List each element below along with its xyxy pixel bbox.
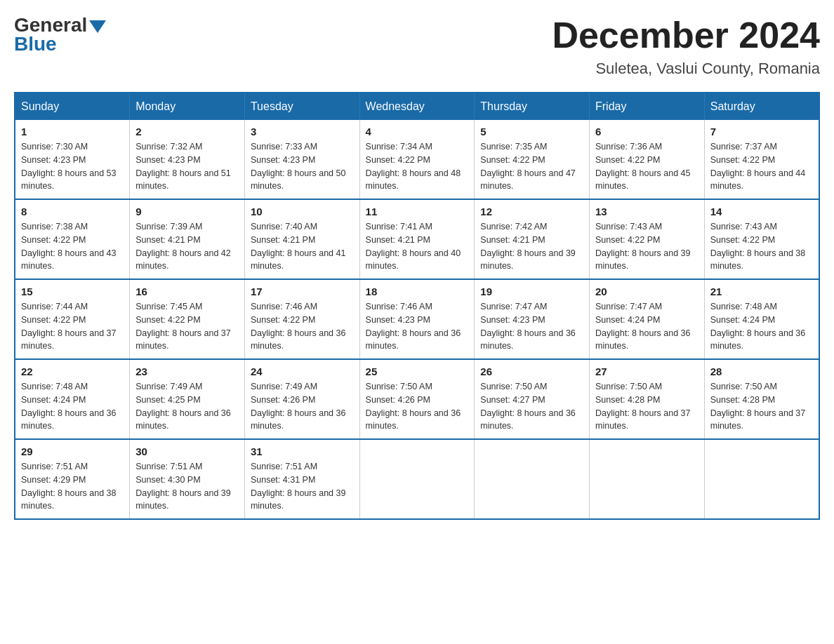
calendar-cell: 1Sunrise: 7:30 AMSunset: 4:23 PMDaylight… — [15, 120, 130, 199]
day-info: Sunrise: 7:51 AMSunset: 4:29 PMDaylight:… — [21, 460, 124, 513]
calendar-cell: 7Sunrise: 7:37 AMSunset: 4:22 PMDaylight… — [704, 120, 819, 199]
calendar-cell: 27Sunrise: 7:50 AMSunset: 4:28 PMDayligh… — [590, 359, 705, 439]
day-number: 18 — [366, 286, 469, 297]
calendar-cell: 6Sunrise: 7:36 AMSunset: 4:22 PMDaylight… — [590, 120, 705, 199]
calendar-cell: 29Sunrise: 7:51 AMSunset: 4:29 PMDayligh… — [15, 439, 130, 519]
day-number: 5 — [480, 126, 583, 137]
day-info: Sunrise: 7:51 AMSunset: 4:30 PMDaylight:… — [135, 460, 239, 513]
header-sunday: Sunday — [15, 93, 130, 120]
calendar-cell: 10Sunrise: 7:40 AMSunset: 4:21 PMDayligh… — [244, 199, 359, 279]
calendar-cell: 3Sunrise: 7:33 AMSunset: 4:23 PMDaylight… — [244, 120, 359, 199]
header-monday: Monday — [130, 93, 245, 120]
calendar-cell: 18Sunrise: 7:46 AMSunset: 4:23 PMDayligh… — [359, 279, 475, 359]
day-number: 15 — [21, 286, 124, 297]
calendar-cell: 25Sunrise: 7:50 AMSunset: 4:26 PMDayligh… — [359, 359, 475, 439]
calendar-cell — [475, 439, 590, 519]
day-info: Sunrise: 7:43 AMSunset: 4:22 PMDaylight:… — [710, 220, 813, 273]
calendar-cell: 9Sunrise: 7:39 AMSunset: 4:21 PMDaylight… — [130, 199, 245, 279]
logo: General Blue — [14, 14, 106, 55]
day-number: 30 — [135, 445, 239, 457]
calendar-cell — [704, 439, 819, 519]
week-row-2: 8Sunrise: 7:38 AMSunset: 4:22 PMDaylight… — [15, 199, 819, 279]
day-number: 25 — [366, 365, 469, 377]
day-number: 20 — [595, 286, 699, 297]
day-number: 29 — [21, 445, 124, 457]
page-header: General Blue December 2024 Suletea, Vasl… — [14, 14, 820, 78]
day-number: 11 — [366, 206, 469, 217]
calendar-cell: 16Sunrise: 7:45 AMSunset: 4:22 PMDayligh… — [130, 279, 245, 359]
calendar-cell: 19Sunrise: 7:47 AMSunset: 4:23 PMDayligh… — [475, 279, 590, 359]
day-number: 10 — [251, 206, 354, 217]
day-info: Sunrise: 7:37 AMSunset: 4:22 PMDaylight:… — [710, 140, 813, 193]
calendar-cell: 20Sunrise: 7:47 AMSunset: 4:24 PMDayligh… — [590, 279, 705, 359]
day-info: Sunrise: 7:33 AMSunset: 4:23 PMDaylight:… — [251, 140, 354, 193]
calendar-cell: 26Sunrise: 7:50 AMSunset: 4:27 PMDayligh… — [475, 359, 590, 439]
day-info: Sunrise: 7:43 AMSunset: 4:22 PMDaylight:… — [595, 220, 699, 273]
calendar-cell: 15Sunrise: 7:44 AMSunset: 4:22 PMDayligh… — [15, 279, 130, 359]
day-info: Sunrise: 7:42 AMSunset: 4:21 PMDaylight:… — [480, 220, 583, 273]
calendar-cell: 30Sunrise: 7:51 AMSunset: 4:30 PMDayligh… — [130, 439, 245, 519]
day-number: 26 — [480, 365, 583, 377]
calendar-table: SundayMondayTuesdayWednesdayThursdayFrid… — [14, 92, 820, 520]
location: Suletea, Vaslui County, Romania — [552, 60, 820, 78]
header-saturday: Saturday — [704, 93, 819, 120]
day-info: Sunrise: 7:48 AMSunset: 4:24 PMDaylight:… — [710, 300, 813, 353]
calendar-cell: 21Sunrise: 7:48 AMSunset: 4:24 PMDayligh… — [704, 279, 819, 359]
calendar-cell: 31Sunrise: 7:51 AMSunset: 4:31 PMDayligh… — [244, 439, 359, 519]
day-info: Sunrise: 7:44 AMSunset: 4:22 PMDaylight:… — [21, 300, 124, 353]
calendar-cell: 13Sunrise: 7:43 AMSunset: 4:22 PMDayligh… — [590, 199, 705, 279]
day-info: Sunrise: 7:38 AMSunset: 4:22 PMDaylight:… — [21, 220, 124, 273]
day-info: Sunrise: 7:48 AMSunset: 4:24 PMDaylight:… — [21, 380, 124, 433]
day-number: 6 — [595, 126, 699, 137]
day-number: 16 — [135, 286, 239, 297]
day-info: Sunrise: 7:50 AMSunset: 4:28 PMDaylight:… — [595, 380, 699, 433]
day-info: Sunrise: 7:35 AMSunset: 4:22 PMDaylight:… — [480, 140, 583, 193]
day-number: 19 — [480, 286, 583, 297]
day-info: Sunrise: 7:50 AMSunset: 4:28 PMDaylight:… — [710, 380, 813, 433]
day-info: Sunrise: 7:36 AMSunset: 4:22 PMDaylight:… — [595, 140, 699, 193]
calendar-cell: 8Sunrise: 7:38 AMSunset: 4:22 PMDaylight… — [15, 199, 130, 279]
day-info: Sunrise: 7:49 AMSunset: 4:25 PMDaylight:… — [135, 380, 239, 433]
month-title: December 2024 — [552, 14, 820, 56]
day-number: 27 — [595, 365, 699, 377]
day-info: Sunrise: 7:47 AMSunset: 4:23 PMDaylight:… — [480, 300, 583, 353]
day-number: 21 — [710, 286, 813, 297]
day-info: Sunrise: 7:51 AMSunset: 4:31 PMDaylight:… — [251, 460, 354, 513]
day-info: Sunrise: 7:32 AMSunset: 4:23 PMDaylight:… — [135, 140, 239, 193]
day-info: Sunrise: 7:50 AMSunset: 4:26 PMDaylight:… — [366, 380, 469, 433]
day-info: Sunrise: 7:46 AMSunset: 4:23 PMDaylight:… — [366, 300, 469, 353]
calendar-cell: 14Sunrise: 7:43 AMSunset: 4:22 PMDayligh… — [704, 199, 819, 279]
title-section: December 2024 Suletea, Vaslui County, Ro… — [552, 14, 820, 78]
day-number: 24 — [251, 365, 354, 377]
calendar-cell: 28Sunrise: 7:50 AMSunset: 4:28 PMDayligh… — [704, 359, 819, 439]
day-number: 14 — [710, 206, 813, 217]
header-wednesday: Wednesday — [359, 93, 475, 120]
day-info: Sunrise: 7:41 AMSunset: 4:21 PMDaylight:… — [366, 220, 469, 273]
day-info: Sunrise: 7:40 AMSunset: 4:21 PMDaylight:… — [251, 220, 354, 273]
logo-blue: Blue — [14, 33, 57, 55]
day-number: 28 — [710, 365, 813, 377]
calendar-cell: 17Sunrise: 7:46 AMSunset: 4:22 PMDayligh… — [244, 279, 359, 359]
day-number: 23 — [135, 365, 239, 377]
calendar-cell: 11Sunrise: 7:41 AMSunset: 4:21 PMDayligh… — [359, 199, 475, 279]
day-number: 9 — [135, 206, 239, 217]
day-number: 12 — [480, 206, 583, 217]
calendar-cell: 23Sunrise: 7:49 AMSunset: 4:25 PMDayligh… — [130, 359, 245, 439]
calendar-cell: 2Sunrise: 7:32 AMSunset: 4:23 PMDaylight… — [130, 120, 245, 199]
week-row-1: 1Sunrise: 7:30 AMSunset: 4:23 PMDaylight… — [15, 120, 819, 199]
day-number: 22 — [21, 365, 124, 377]
calendar-cell: 5Sunrise: 7:35 AMSunset: 4:22 PMDaylight… — [475, 120, 590, 199]
header-friday: Friday — [590, 93, 705, 120]
day-number: 7 — [710, 126, 813, 137]
day-number: 17 — [251, 286, 354, 297]
day-number: 4 — [366, 126, 469, 137]
calendar-header-row: SundayMondayTuesdayWednesdayThursdayFrid… — [15, 93, 819, 120]
header-tuesday: Tuesday — [244, 93, 359, 120]
week-row-5: 29Sunrise: 7:51 AMSunset: 4:29 PMDayligh… — [15, 439, 819, 519]
calendar-cell — [590, 439, 705, 519]
header-thursday: Thursday — [475, 93, 590, 120]
day-info: Sunrise: 7:30 AMSunset: 4:23 PMDaylight:… — [21, 140, 124, 193]
calendar-cell: 12Sunrise: 7:42 AMSunset: 4:21 PMDayligh… — [475, 199, 590, 279]
day-number: 1 — [21, 126, 124, 137]
day-number: 31 — [251, 445, 354, 457]
